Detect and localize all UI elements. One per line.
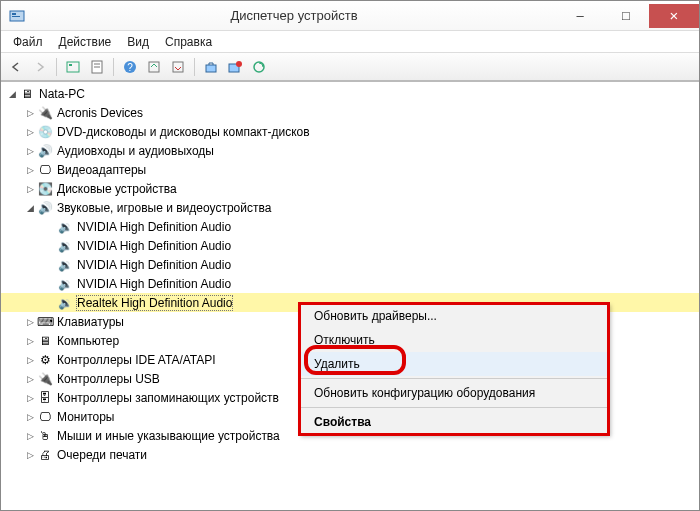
tree-item-label: Дисковые устройства — [57, 182, 177, 196]
toolbar-separator — [56, 58, 57, 76]
tree-item-5-0[interactable]: 🔉NVIDIA High Definition Audio — [1, 217, 699, 236]
expander-icon[interactable]: ▷ — [23, 146, 37, 156]
ide-icon: ⚙ — [37, 352, 53, 368]
toolbar: ? — [1, 53, 699, 81]
expander-icon[interactable]: ▷ — [23, 374, 37, 384]
uninstall-button[interactable] — [200, 56, 222, 78]
tree-item-label: NVIDIA High Definition Audio — [77, 258, 231, 272]
menu-action[interactable]: Действие — [51, 33, 120, 51]
expander-icon[interactable]: ◢ — [5, 89, 19, 99]
forward-button[interactable] — [29, 56, 51, 78]
expander-icon[interactable]: ▷ — [23, 317, 37, 327]
menu-view[interactable]: Вид — [119, 33, 157, 51]
tree-item-label: NVIDIA High Definition Audio — [77, 220, 231, 234]
computer-icon: 🖥 — [37, 333, 53, 349]
expander-icon[interactable]: ▷ — [23, 355, 37, 365]
tree-item-label: Очереди печати — [57, 448, 147, 462]
device-icon: 🔌 — [37, 105, 53, 121]
close-button[interactable]: × — [649, 4, 699, 28]
tree-item-5-1[interactable]: 🔉NVIDIA High Definition Audio — [1, 236, 699, 255]
ctx-update-drivers[interactable]: Обновить драйверы... — [300, 304, 608, 328]
svg-text:?: ? — [127, 62, 133, 73]
mouse-icon: 🖱 — [37, 428, 53, 444]
tree-item-1[interactable]: ▷💿DVD-дисководы и дисководы компакт-диск… — [1, 122, 699, 141]
expander-icon[interactable]: ▷ — [23, 431, 37, 441]
audio-dev-icon: 🔉 — [57, 276, 73, 292]
action-button[interactable] — [248, 56, 270, 78]
expander-icon[interactable]: ▷ — [23, 108, 37, 118]
tree-item-5-3[interactable]: 🔉NVIDIA High Definition Audio — [1, 274, 699, 293]
tree-item-0[interactable]: ▷🔌Acronis Devices — [1, 103, 699, 122]
tree-item-5-2[interactable]: 🔉NVIDIA High Definition Audio — [1, 255, 699, 274]
menu-help[interactable]: Справка — [157, 33, 220, 51]
tree-item-label: Acronis Devices — [57, 106, 143, 120]
expander-icon[interactable]: ▷ — [23, 412, 37, 422]
expander-icon[interactable]: ▷ — [23, 184, 37, 194]
tree-item-label: DVD-дисководы и дисководы компакт-дисков — [57, 125, 310, 139]
audio-icon: 🔊 — [37, 200, 53, 216]
disk-icon: 💽 — [37, 181, 53, 197]
audio-dev-icon: 🔉 — [57, 238, 73, 254]
expander-icon[interactable]: ◢ — [23, 203, 37, 213]
keyboard-icon: ⌨ — [37, 314, 53, 330]
tree-item-label: Контроллеры запоминающих устройств — [57, 391, 279, 405]
ctx-properties[interactable]: Свойства — [300, 410, 608, 434]
audio-dev-icon: 🔉 — [57, 295, 73, 311]
tree-item-label: Мониторы — [57, 410, 114, 424]
tree-item-label: Клавиатуры — [57, 315, 124, 329]
tree-item-label: Аудиовходы и аудиовыходы — [57, 144, 214, 158]
expander-icon[interactable]: ▷ — [23, 336, 37, 346]
svg-rect-12 — [206, 65, 216, 72]
show-console-button[interactable] — [62, 56, 84, 78]
disc-icon: 💿 — [37, 124, 53, 140]
display-icon: 🖵 — [37, 162, 53, 178]
tree-item-label: Realtek High Definition Audio — [77, 296, 232, 310]
svg-point-14 — [236, 61, 242, 67]
minimize-button[interactable]: – — [557, 4, 603, 28]
update-driver-button[interactable] — [143, 56, 165, 78]
scan-hardware-button[interactable] — [224, 56, 246, 78]
tree-item-label: Видеоадаптеры — [57, 163, 146, 177]
tree-item-label: Звуковые, игровые и видеоустройства — [57, 201, 271, 215]
svg-rect-1 — [12, 13, 16, 15]
back-button[interactable] — [5, 56, 27, 78]
ctx-scan-hardware[interactable]: Обновить конфигурацию оборудования — [300, 381, 608, 405]
expander-icon[interactable]: ▷ — [23, 127, 37, 137]
tree-item-label: Nata-PC — [39, 87, 85, 101]
menu-file[interactable]: Файл — [5, 33, 51, 51]
expander-icon[interactable]: ▷ — [23, 165, 37, 175]
context-menu: Обновить драйверы... Отключить Удалить О… — [299, 303, 609, 435]
properties-button[interactable] — [86, 56, 108, 78]
usb-icon: 🔌 — [37, 371, 53, 387]
ctx-separator — [300, 378, 608, 379]
ctx-disable[interactable]: Отключить — [300, 328, 608, 352]
tree-item-label: Контроллеры IDE ATA/ATAPI — [57, 353, 216, 367]
tree-item-5[interactable]: ◢🔊Звуковые, игровые и видеоустройства — [1, 198, 699, 217]
svg-rect-3 — [67, 62, 79, 72]
storage-icon: 🗄 — [37, 390, 53, 406]
help-button[interactable]: ? — [119, 56, 141, 78]
tree-item-label: NVIDIA High Definition Audio — [77, 239, 231, 253]
app-icon — [9, 8, 25, 24]
tree-item-4[interactable]: ▷💽Дисковые устройства — [1, 179, 699, 198]
tree-item-2[interactable]: ▷🔊Аудиовходы и аудиовыходы — [1, 141, 699, 160]
disable-button[interactable] — [167, 56, 189, 78]
menubar: Файл Действие Вид Справка — [1, 31, 699, 53]
tree-item-root[interactable]: ◢🖥Nata-PC — [1, 84, 699, 103]
titlebar: Диспетчер устройств – □ × — [1, 1, 699, 31]
tree-item-label: Компьютер — [57, 334, 119, 348]
tree-item-label: Контроллеры USB — [57, 372, 160, 386]
tree-item-3[interactable]: ▷🖵Видеоадаптеры — [1, 160, 699, 179]
ctx-separator — [300, 407, 608, 408]
toolbar-separator — [194, 58, 195, 76]
maximize-button[interactable]: □ — [603, 4, 649, 28]
expander-icon[interactable]: ▷ — [23, 393, 37, 403]
device-tree[interactable]: ◢🖥Nata-PC▷🔌Acronis Devices▷💿DVD-дисковод… — [1, 81, 699, 510]
svg-rect-2 — [12, 16, 20, 17]
computer-icon: 🖥 — [19, 86, 35, 102]
expander-icon[interactable]: ▷ — [23, 450, 37, 460]
tree-item-13[interactable]: ▷🖨Очереди печати — [1, 445, 699, 464]
audio-dev-icon: 🔉 — [57, 257, 73, 273]
svg-rect-4 — [69, 64, 72, 66]
ctx-delete[interactable]: Удалить — [300, 352, 608, 376]
